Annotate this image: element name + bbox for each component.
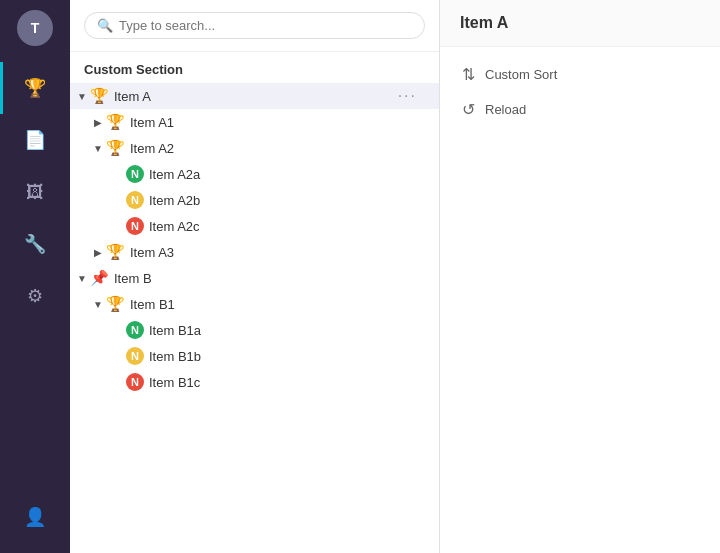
sidebar-item-trophy[interactable]: 🏆 (0, 62, 70, 114)
pin-yellow-icon-b: 📌 (90, 269, 109, 287)
tree-panel: 🔍 Custom Section ▼ 🏆 Item A ··· ▶ 🏆 Item… (70, 0, 440, 553)
n-yellow-icon-a2b: N (126, 191, 144, 209)
section-header: Custom Section (70, 52, 439, 83)
menu-label-reload: Reload (485, 102, 526, 117)
sidebar-item-user[interactable]: 👤 (0, 491, 70, 543)
sidebar-item-image[interactable]: 🖼 (0, 166, 70, 218)
sidebar-item-tools[interactable]: 🔧 (0, 218, 70, 270)
user-icon: 👤 (24, 506, 46, 528)
menu-label-custom-sort: Custom Sort (485, 67, 557, 82)
item-label-item-a: Item A (114, 89, 398, 104)
n-yellow-icon-b1b: N (126, 347, 144, 365)
search-icon: 🔍 (97, 18, 113, 33)
item-label-item-a2a: Item A2a (149, 167, 425, 182)
tree-item-item-b1[interactable]: ▼ 🏆 Item B1 (70, 291, 439, 317)
tree-item-item-b1b[interactable]: N Item B1b (70, 343, 439, 369)
tree-item-item-b1a[interactable]: N Item B1a (70, 317, 439, 343)
toggle-icon-item-a2[interactable]: ▼ (90, 143, 106, 154)
search-bar: 🔍 (70, 0, 439, 52)
item-label-item-b1: Item B1 (130, 297, 425, 312)
trophy-icon: 🏆 (24, 77, 46, 99)
n-green-icon-b1a: N (126, 321, 144, 339)
trophy-green-icon: 🏆 (90, 87, 109, 105)
tree-item-item-a[interactable]: ▼ 🏆 Item A ··· (70, 83, 439, 109)
item-label-item-b: Item B (114, 271, 425, 286)
tree-item-item-b1c[interactable]: N Item B1c (70, 369, 439, 395)
sidebar-item-document[interactable]: 📄 (0, 114, 70, 166)
document-icon: 📄 (24, 129, 46, 151)
n-green-icon-a2a: N (126, 165, 144, 183)
toggle-icon-item-a1[interactable]: ▶ (90, 117, 106, 128)
item-label-item-a3: Item A3 (130, 245, 425, 260)
tree-item-item-a2a[interactable]: N Item A2a (70, 161, 439, 187)
n-red-icon-a2c: N (126, 217, 144, 235)
settings-icon: ⚙ (27, 285, 43, 307)
item-label-item-b1a: Item B1a (149, 323, 425, 338)
trophy-green-icon-b1: 🏆 (106, 295, 125, 313)
item-menu-item-a[interactable]: ··· (398, 87, 425, 105)
reload-icon: ↺ (462, 100, 475, 119)
tree-item-item-a3[interactable]: ▶ 🏆 Item A3 (70, 239, 439, 265)
toggle-icon-item-a[interactable]: ▼ (74, 91, 90, 102)
tree-item-item-a1[interactable]: ▶ 🏆 Item A1 (70, 109, 439, 135)
right-panel: Item A ⇅ Custom Sort ↺ Reload (440, 0, 720, 553)
item-label-item-b1b: Item B1b (149, 349, 425, 364)
toggle-icon-item-b1[interactable]: ▼ (90, 299, 106, 310)
search-input-wrap[interactable]: 🔍 (84, 12, 425, 39)
tree-item-item-a2b[interactable]: N Item A2b (70, 187, 439, 213)
menu-item-custom-sort[interactable]: ⇅ Custom Sort (450, 57, 710, 92)
item-label-item-b1c: Item B1c (149, 375, 425, 390)
trophy-yellow-icon-a2: 🏆 (106, 139, 125, 157)
tree-content: ▼ 🏆 Item A ··· ▶ 🏆 Item A1 ▼ 🏆 Item A2 (70, 83, 439, 553)
menu-item-reload[interactable]: ↺ Reload (450, 92, 710, 127)
image-icon: 🖼 (26, 182, 44, 203)
tools-icon: 🔧 (24, 233, 46, 255)
toggle-icon-item-b[interactable]: ▼ (74, 273, 90, 284)
tree-item-item-a2[interactable]: ▼ 🏆 Item A2 (70, 135, 439, 161)
tree-item-item-b[interactable]: ▼ 📌 Item B (70, 265, 439, 291)
avatar: T (17, 10, 53, 46)
main-panel: 🔍 Custom Section ▼ 🏆 Item A ··· ▶ 🏆 Item… (70, 0, 720, 553)
item-label-item-a1: Item A1 (130, 115, 425, 130)
right-menu: ⇅ Custom Sort ↺ Reload (440, 47, 720, 137)
right-panel-header: Item A (440, 0, 720, 47)
item-label-item-a2: Item A2 (130, 141, 425, 156)
sort-icon: ⇅ (462, 65, 475, 84)
item-label-item-a2b: Item A2b (149, 193, 425, 208)
tree-item-item-a2c[interactable]: N Item A2c (70, 213, 439, 239)
sidebar-item-settings[interactable]: ⚙ (0, 270, 70, 322)
toggle-icon-item-a3[interactable]: ▶ (90, 247, 106, 258)
trophy-red-icon-a3: 🏆 (106, 243, 125, 261)
trophy-green-icon-a1: 🏆 (106, 113, 125, 131)
item-label-item-a2c: Item A2c (149, 219, 425, 234)
search-input[interactable] (119, 18, 412, 33)
n-red-icon-b1c: N (126, 373, 144, 391)
sidebar-nav: T 🏆 📄 🖼 🔧 ⚙ 👤 (0, 0, 70, 553)
